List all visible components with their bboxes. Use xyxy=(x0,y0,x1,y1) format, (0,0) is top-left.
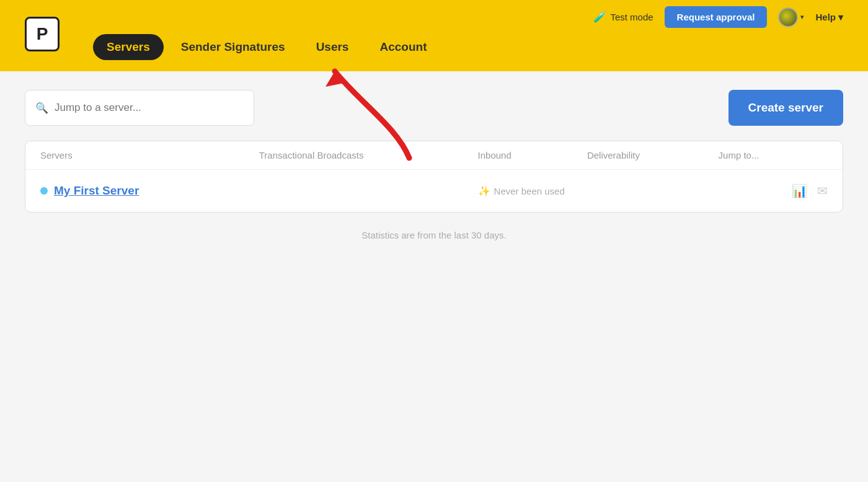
sparkle-icon: ✨ xyxy=(478,185,490,197)
email-icon[interactable]: ✉ xyxy=(817,183,828,198)
col-header-deliverability: Deliverability xyxy=(587,150,719,160)
top-bar: 🧪 Test mode Request approval ▾ Help ▾ xyxy=(0,0,868,34)
col-header-inbound: Inbound xyxy=(478,150,587,160)
create-server-button[interactable]: Create server xyxy=(728,90,843,126)
flask-icon: 🧪 xyxy=(593,11,606,24)
main-nav: Servers Sender Signatures Users Account xyxy=(93,34,440,60)
nav-item-sender-signatures[interactable]: Sender Signatures xyxy=(167,34,299,60)
test-mode-label: Test mode xyxy=(610,12,653,22)
never-used-cell: ✨ Never been used xyxy=(478,185,587,197)
request-approval-button[interactable]: Request approval xyxy=(665,6,768,28)
status-dot xyxy=(40,187,48,195)
nav-item-servers[interactable]: Servers xyxy=(93,34,164,60)
search-input[interactable] xyxy=(55,102,244,114)
table-actions: 📊 ✉ xyxy=(587,183,828,198)
bar-chart-icon[interactable]: 📊 xyxy=(792,183,807,198)
avatar-chevron-icon: ▾ xyxy=(800,13,804,21)
logo[interactable]: P xyxy=(25,17,60,51)
search-box: 🔍 xyxy=(25,90,254,126)
help-chevron-icon: ▾ xyxy=(838,12,843,23)
nav-item-users[interactable]: Users xyxy=(303,34,363,60)
col-header-jump: Jump to... xyxy=(719,150,828,160)
server-name-cell: My First Server xyxy=(40,184,259,198)
table-row: My First Server ✨ Never been used 📊 ✉ xyxy=(25,170,843,212)
test-mode-indicator: 🧪 Test mode xyxy=(593,11,653,24)
stats-footnote: Statistics are from the last 30 days. xyxy=(25,230,843,240)
nav-item-account[interactable]: Account xyxy=(366,34,440,60)
servers-table: Servers Transactional Broadcasts Inbound… xyxy=(25,141,843,213)
search-icon: 🔍 xyxy=(35,102,48,115)
col-header-transactional: Transactional Broadcasts xyxy=(259,150,478,160)
avatar-menu[interactable]: ▾ xyxy=(778,7,804,27)
nav-bar: P Servers Sender Signatures Users Accoun… xyxy=(0,34,868,71)
help-button[interactable]: Help ▾ xyxy=(815,12,843,23)
search-create-row: 🔍 Create server xyxy=(25,90,843,126)
main-content: 🔍 Create server Servers Transactional Br… xyxy=(0,71,868,259)
server-link[interactable]: My First Server xyxy=(54,184,139,198)
table-header: Servers Transactional Broadcasts Inbound… xyxy=(25,141,843,170)
col-header-servers: Servers xyxy=(40,150,259,160)
help-label: Help xyxy=(815,12,836,22)
avatar xyxy=(778,7,798,27)
never-used-label: Never been used xyxy=(494,186,565,196)
